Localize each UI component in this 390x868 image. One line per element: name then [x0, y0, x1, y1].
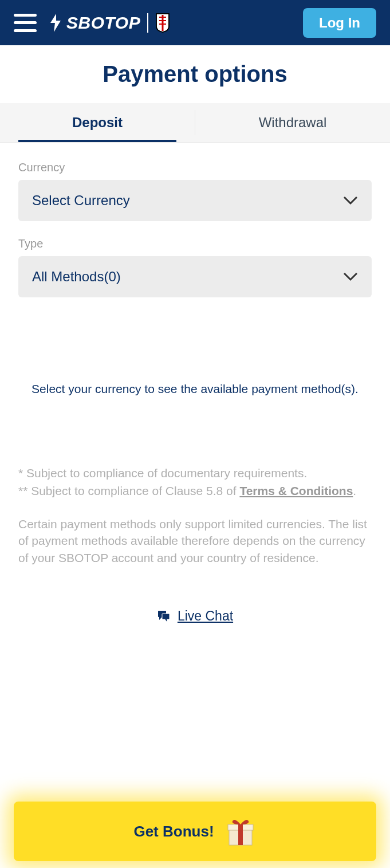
form-section: Currency Select Currency Type All Method…: [0, 143, 390, 332]
shield-icon: [155, 13, 170, 33]
svg-rect-2: [162, 614, 170, 619]
bolt-icon: [47, 13, 63, 33]
chat-icon: [157, 609, 171, 623]
svg-rect-6: [238, 824, 243, 845]
tabs: Deposit Withdrawal: [0, 103, 390, 143]
disclaimer-line2: ** Subject to compliance of Clause 5.8 o…: [18, 482, 372, 499]
login-button[interactable]: Log In: [303, 8, 376, 38]
bonus-banner[interactable]: Get Bonus!: [14, 802, 376, 861]
live-chat-link: Live Chat: [178, 608, 233, 624]
bonus-text: Get Bonus!: [133, 823, 214, 840]
gift-icon: [224, 815, 257, 847]
page-title: Payment options: [0, 45, 390, 103]
type-value: All Methods(0): [32, 269, 121, 285]
svg-marker-3: [165, 619, 167, 622]
tab-withdrawal[interactable]: Withdrawal: [195, 103, 390, 142]
disclaimer-note: Certain payment methods only support lim…: [18, 516, 372, 566]
header-left: SBOTOP: [14, 13, 170, 33]
currency-label: Currency: [18, 161, 372, 174]
brand-text: SBOTOP: [66, 13, 140, 33]
type-dropdown[interactable]: All Methods(0): [18, 256, 372, 297]
currency-value: Select Currency: [32, 193, 130, 209]
currency-dropdown[interactable]: Select Currency: [18, 180, 372, 221]
terms-link[interactable]: Terms & Conditions: [239, 484, 353, 497]
disclaimer: * Subject to compliance of documentary r…: [0, 430, 390, 566]
tab-deposit[interactable]: Deposit: [0, 103, 195, 142]
logo[interactable]: SBOTOP: [47, 13, 170, 33]
live-chat[interactable]: Live Chat: [0, 567, 390, 665]
type-label: Type: [18, 237, 372, 250]
chevron-down-icon: [343, 196, 358, 205]
svg-marker-1: [159, 617, 162, 620]
menu-icon[interactable]: [14, 14, 37, 32]
header: SBOTOP Log In: [0, 0, 390, 45]
chevron-down-icon: [343, 272, 358, 281]
disclaimer-line1: * Subject to compliance of documentary r…: [18, 465, 372, 481]
info-message: Select your currency to see the availabl…: [0, 332, 390, 430]
logo-divider: [147, 13, 148, 33]
